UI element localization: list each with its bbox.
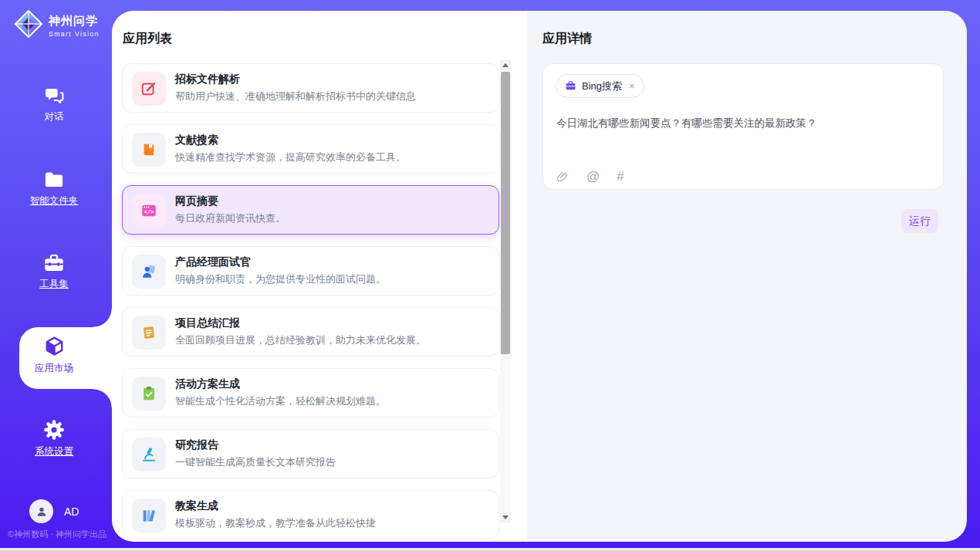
app-desc: 全面回顾项目进展，总结经验教训，助力未来优化发展。 (175, 333, 426, 347)
sidebar-item-label: 工具集 (0, 278, 108, 291)
app-card[interactable]: 项目总结汇报 全面回顾项目进展，总结经验教训，助力未来优化发展。 (122, 307, 499, 357)
sidebar-item-chat[interactable]: 对话 (0, 85, 108, 123)
scroll-down-button[interactable] (500, 512, 511, 522)
active-nav-fillet (93, 309, 112, 327)
active-nav-fillet (93, 389, 112, 407)
app-card[interactable]: 文献搜索 快速精准查找学术资源，提高研究效率的必备工具。 (122, 124, 499, 174)
user-initials: AD (64, 505, 79, 518)
browser-code-icon: </> (132, 194, 166, 228)
toolbox-icon (43, 253, 65, 273)
app-card[interactable]: 产品经理面试官 明确身份和职责，为您提供专业性的面试问题。 (122, 246, 499, 296)
svg-text:</>: </> (144, 209, 154, 215)
app-desc: 快速精准查找学术资源，提高研究效率的必备工具。 (175, 150, 406, 164)
sidebar-item-app-market[interactable]: 应用市场 (0, 335, 108, 375)
close-icon[interactable]: × (629, 80, 635, 92)
app-name: 产品经理面试官 (175, 255, 251, 269)
sidebar-item-settings[interactable]: 系统设置 (0, 419, 108, 458)
paperclip-icon[interactable] (556, 171, 569, 184)
app-name: 招标文件解析 (175, 73, 240, 86)
question-text[interactable]: 今日湖北有哪些新闻要点？有哪些需要关注的最新政策？ (556, 117, 927, 130)
brand-subtitle: Smart Vision (49, 30, 100, 38)
composer-toolbar: @ # (556, 169, 624, 184)
microscope-icon (132, 438, 166, 472)
pen-square-icon (132, 72, 166, 106)
app-desc: 模板驱动，教案秒成，教学准备从此轻松快捷 (175, 516, 376, 530)
interviewer-icon (132, 255, 166, 289)
app-detail-title: 应用详情 (542, 31, 592, 47)
sidebar-item-smart-folder[interactable]: 智能文件夹 (0, 170, 108, 208)
list-scrollbar[interactable] (500, 60, 511, 522)
app-desc: 帮助用户快速、准确地理解和解析招标书中的关键信息 (175, 90, 416, 103)
sidebar-item-label: 应用市场 (0, 362, 108, 375)
brand-name: 神州问学 (49, 14, 100, 29)
app-card-list: 招标文件解析 帮助用户快速、准确地理解和解析招标书中的关键信息 文献搜索 快速精… (122, 63, 499, 539)
app-desc: 明确身份和职责，为您提供专业性的面试问题。 (175, 272, 386, 286)
tool-tag-label: Bing搜索 (582, 79, 622, 93)
person-icon (35, 505, 49, 519)
app-list-panel: 应用列表 招标文件解析 帮助用户快速、准确地理解和解析招标书中的关键信息 (112, 11, 527, 542)
brand-logo: 神州问学 Smart Vision (14, 9, 100, 42)
sidebar-item-label: 智能文件夹 (0, 194, 108, 208)
sidebar-item-label: 对话 (0, 110, 108, 123)
book-icon (132, 133, 166, 167)
folder-icon (43, 170, 65, 190)
app-card[interactable]: 研究报告 一键智能生成高质量长文本研究报告 (122, 429, 499, 478)
app-desc: 一键智能生成高质量长文本研究报告 (175, 455, 336, 469)
app-card[interactable]: 招标文件解析 帮助用户快速、准确地理解和解析招标书中的关键信息 (122, 63, 499, 113)
scrollbar-thumb[interactable] (501, 72, 510, 354)
gear-icon (43, 419, 65, 441)
avatar[interactable] (29, 499, 53, 523)
hash-icon[interactable]: # (617, 169, 623, 184)
app-list-title: 应用列表 (123, 31, 172, 47)
window-bottom-edge (0, 548, 980, 551)
run-button[interactable]: 运行 (901, 209, 938, 233)
main-panel: 应用列表 招标文件解析 帮助用户快速、准确地理解和解析招标书中的关键信息 (112, 11, 967, 542)
tool-tag-bing-search[interactable]: Bing搜索 × (556, 74, 644, 98)
copyright-footer: ©神州数码 · 神州问学出品 (5, 529, 110, 540)
app-desc: 智能生成个性化活动方案，轻松解决规划难题。 (175, 394, 386, 408)
prompt-composer[interactable]: Bing搜索 × 今日湖北有哪些新闻要点？有哪些需要关注的最新政策？ @ # (542, 63, 944, 190)
app-name: 研究报告 (175, 438, 218, 452)
note-icon (132, 316, 166, 350)
app-name: 教案生成 (175, 499, 218, 513)
chat-icon (44, 85, 65, 106)
sidebar: 神州问学 Smart Vision 对话 智能文件夹 工具集 (0, 0, 112, 551)
scroll-up-button[interactable] (500, 60, 511, 70)
mention-icon[interactable]: @ (586, 169, 600, 184)
app-name: 网页摘要 (175, 194, 218, 208)
user-account[interactable]: AD (29, 499, 79, 523)
app-desc: 每日政府新闻资讯快查。 (175, 211, 286, 225)
app-name: 项目总结汇报 (175, 316, 240, 330)
briefcase-icon (565, 80, 576, 92)
app-name: 活动方案生成 (175, 377, 240, 391)
app-card-selected[interactable]: </> 网页摘要 每日政府新闻资讯快查。 (122, 185, 499, 235)
app-name: 文献搜索 (175, 134, 218, 147)
app-card[interactable]: 活动方案生成 智能生成个性化活动方案，轻松解决规划难题。 (122, 368, 499, 417)
cube-icon (43, 335, 66, 357)
app-detail-panel: 应用详情 Bing搜索 × 今日湖北有哪些新闻要点？有哪些需要关注的最新政策？ … (527, 11, 967, 542)
clipboard-check-icon (132, 377, 166, 411)
sidebar-item-toolset[interactable]: 工具集 (0, 253, 108, 291)
triangle-down-icon (502, 516, 509, 519)
triangle-up-icon (502, 63, 509, 67)
books-icon (132, 499, 166, 532)
sidebar-item-label: 系统设置 (0, 445, 108, 458)
app-card[interactable]: 教案生成 模板驱动，教案秒成，教学准备从此轻松快捷 (122, 490, 499, 539)
brand-diamond-icon (14, 9, 43, 42)
